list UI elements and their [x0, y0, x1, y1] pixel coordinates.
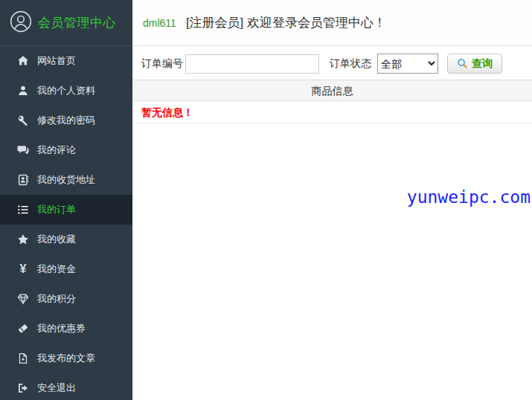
sidebar-item-coupons[interactable]: 我的优惠券 [0, 314, 132, 343]
list-icon [16, 204, 30, 216]
home-icon [16, 55, 30, 67]
order-filter-bar: 订单编号 订单状态 全部 查询 [141, 54, 532, 74]
watermark-text: yunweipc.com [407, 187, 531, 207]
sidebar-item-label: 我的个人资料 [37, 84, 95, 97]
sidebar-item-label: 我的收藏 [37, 233, 76, 246]
sidebar: 会员管理中心 网站首页我的个人资料修改我的密码我的评论我的收货地址我的订单我的收… [0, 0, 132, 400]
comment-icon [16, 144, 30, 156]
order-status-label: 订单状态 [330, 57, 371, 71]
ticket-icon [16, 323, 30, 335]
sidebar-item-home[interactable]: 网站首页 [0, 46, 132, 76]
welcome-text: [注册会员] 欢迎登录会员管理中心！ [186, 14, 386, 31]
goods-info-column-header: 商品信息 [132, 80, 532, 101]
sidebar-item-label: 我的收货地址 [37, 173, 95, 187]
magnifier-icon [457, 58, 468, 69]
sidebar-item-label: 我的资金 [37, 262, 76, 276]
order-no-label: 订单编号 [141, 57, 183, 71]
sidebar-item-funds[interactable]: ¥我的资金 [0, 254, 132, 284]
sidebar-item-profile[interactable]: 我的个人资料 [0, 76, 132, 106]
sidebar-item-label: 我的评论 [37, 143, 76, 157]
yen-icon: ¥ [16, 263, 30, 275]
user-circle-icon [10, 10, 32, 36]
sidebar-item-articles[interactable]: 我发布的文章 [0, 343, 132, 373]
sidebar-menu: 网站首页我的个人资料修改我的密码我的评论我的收货地址我的订单我的收藏¥我的资金我… [0, 46, 132, 400]
order-status-select[interactable]: 全部 [377, 54, 438, 74]
sidebar-item-comments[interactable]: 我的评论 [0, 135, 132, 165]
sidebar-item-label: 我发布的文章 [37, 352, 95, 365]
query-button[interactable]: 查询 [447, 54, 502, 74]
empty-message: 暂无信息！ [132, 101, 532, 123]
sidebar-item-logout[interactable]: 安全退出 [0, 373, 132, 400]
sidebar-item-label: 安全退出 [37, 381, 76, 395]
article-icon [16, 352, 30, 364]
logout-icon [16, 382, 30, 394]
key-icon [16, 114, 30, 126]
star-icon [16, 233, 30, 245]
main-header: dml611 [注册会员] 欢迎登录会员管理中心！ [132, 0, 532, 46]
sidebar-item-label: 网站首页 [37, 54, 76, 68]
sidebar-item-label: 我的积分 [37, 292, 76, 306]
sidebar-brand: 会员管理中心 [0, 0, 132, 46]
sidebar-item-points[interactable]: 我的积分 [0, 284, 132, 314]
sidebar-item-label: 修改我的密码 [37, 114, 95, 127]
sidebar-item-orders[interactable]: 我的订单 [0, 195, 132, 225]
sidebar-item-label: 我的优惠券 [37, 322, 86, 335]
address-book-icon [16, 174, 30, 186]
user-icon [16, 85, 30, 97]
order-no-input[interactable] [185, 54, 319, 74]
sidebar-item-label: 我的订单 [37, 203, 76, 216]
main-area: dml611 [注册会员] 欢迎登录会员管理中心！ 订单编号 订单状态 全部 查… [132, 0, 532, 400]
sidebar-item-address[interactable]: 我的收货地址 [0, 165, 132, 195]
member-center-app: 会员管理中心 网站首页我的个人资料修改我的密码我的评论我的收货地址我的订单我的收… [0, 0, 532, 400]
sidebar-item-favorites[interactable]: 我的收藏 [0, 225, 132, 254]
sidebar-item-password[interactable]: 修改我的密码 [0, 106, 132, 135]
gem-icon [16, 293, 30, 305]
brand-title: 会员管理中心 [38, 14, 116, 31]
username-text: dml611 [143, 17, 176, 29]
query-button-label: 查询 [472, 57, 493, 71]
